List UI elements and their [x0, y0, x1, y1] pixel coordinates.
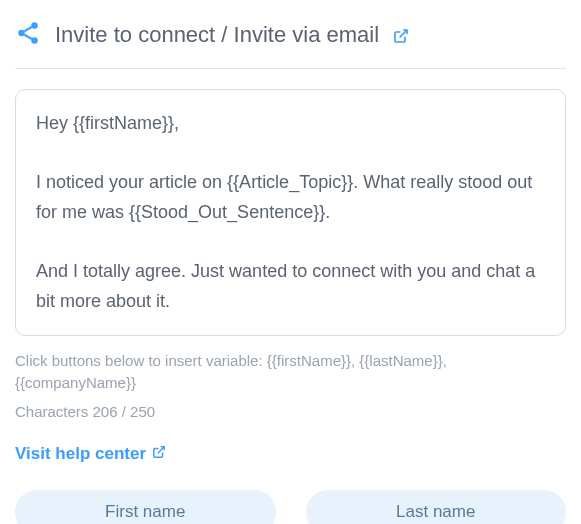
- message-line: Hey {{firstName}},: [36, 108, 545, 139]
- svg-point-0: [31, 22, 38, 29]
- variable-buttons-row: First name Last name: [15, 490, 566, 524]
- svg-point-2: [31, 37, 38, 44]
- svg-line-4: [158, 447, 164, 453]
- help-center-link[interactable]: Visit help center: [15, 444, 166, 464]
- external-link-icon[interactable]: [393, 28, 409, 44]
- header: Invite to connect / Invite via email: [15, 20, 566, 69]
- last-name-button[interactable]: Last name: [306, 490, 567, 524]
- page-title: Invite to connect / Invite via email: [55, 22, 566, 48]
- first-name-button[interactable]: First name: [15, 490, 276, 524]
- message-line: And I totally agree. Just wanted to conn…: [36, 256, 545, 317]
- svg-line-3: [400, 30, 407, 37]
- external-link-icon: [152, 444, 166, 464]
- variable-hint: Click buttons below to insert variable: …: [15, 350, 566, 395]
- message-textarea[interactable]: Hey {{firstName}}, I noticed your articl…: [15, 89, 566, 336]
- character-count: Characters 206 / 250: [15, 403, 566, 420]
- share-icon: [15, 20, 41, 50]
- svg-point-1: [18, 30, 25, 37]
- message-line: I noticed your article on {{Article_Topi…: [36, 167, 545, 228]
